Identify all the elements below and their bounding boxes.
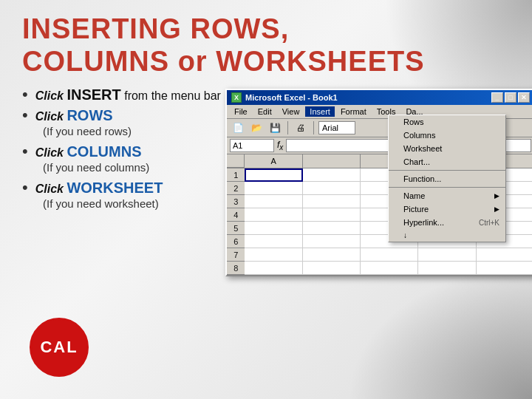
dd-hyperlink[interactable]: Hyperlink... Ctrl+K [389, 216, 505, 229]
dd-name-label: Name [403, 191, 425, 200]
dd-function-label: Function... [403, 174, 441, 183]
dd-rows[interactable]: Rows [389, 115, 505, 129]
cell-C8[interactable] [361, 262, 418, 275]
menu-edit[interactable]: Edit [253, 106, 276, 117]
dd-chart[interactable]: Chart... [389, 155, 505, 168]
cell-B1[interactable] [303, 168, 361, 182]
cell-E8[interactable] [477, 262, 532, 275]
insert-dropdown: Rows Columns Worksheet Chart... Function… [388, 115, 506, 242]
dd-more[interactable]: ↓ [389, 229, 505, 242]
dd-columns-label: Columns [403, 131, 435, 140]
corner-cell [227, 154, 245, 168]
dd-picture-label: Picture [403, 205, 429, 214]
from-menu: from the menu bar [121, 89, 221, 102]
click-4: Click [35, 183, 67, 195]
columns-label: COLUMNS [66, 143, 141, 160]
window-controls[interactable]: _ □ ✕ [491, 92, 530, 103]
font-selector[interactable]: Arial [318, 121, 355, 134]
excel-icon: X [231, 92, 242, 103]
dd-function[interactable]: Function... [389, 172, 505, 185]
dd-picture[interactable]: Picture ▶ [389, 202, 505, 216]
row-num-5: 5 [227, 222, 245, 235]
toolbar-sep1 [287, 121, 288, 134]
cell-D8[interactable] [418, 262, 476, 275]
toolbar-print[interactable]: 🖨 [293, 120, 309, 135]
row-num-3: 3 [227, 195, 245, 208]
cell-A2[interactable] [245, 182, 302, 195]
toolbar-new[interactable]: 📄 [230, 120, 246, 135]
name-box[interactable]: A1 [230, 139, 274, 152]
dd-rows-label: Rows [403, 117, 424, 126]
row-num-8: 8 [227, 262, 245, 275]
cell-A3[interactable] [245, 195, 302, 208]
insert-label: INSERT [66, 86, 120, 103]
dd-more-label: ↓ [403, 231, 407, 239]
cell-A5[interactable] [245, 222, 302, 235]
cell-B8[interactable] [303, 262, 361, 275]
bullet-text-4: Click WORKSHEET [35, 180, 163, 197]
cell-B5[interactable] [303, 222, 361, 235]
rows-label: ROWS [66, 107, 112, 123]
bullet-dot-1: • [22, 85, 28, 104]
dd-columns[interactable]: Columns [389, 129, 505, 142]
dd-sep1 [389, 170, 505, 171]
cell-B2[interactable] [303, 182, 361, 195]
cell-E7[interactable] [477, 248, 532, 262]
col-header-B[interactable] [303, 154, 361, 168]
row-num-7: 7 [227, 248, 245, 262]
cell-B3[interactable] [303, 195, 361, 208]
cell-A7[interactable] [245, 248, 302, 262]
titlebar-left: X Microsoft Excel - Book1 [231, 92, 338, 103]
cell-B7[interactable] [303, 248, 361, 262]
click-1: Click [35, 89, 67, 102]
close-button[interactable]: ✕ [518, 92, 530, 103]
dd-hyperlink-shortcut: Ctrl+K [479, 219, 499, 227]
excel-title: Microsoft Excel - Book1 [245, 93, 338, 102]
cell-A6[interactable] [245, 235, 302, 248]
menu-format[interactable]: Format [336, 106, 371, 117]
menu-view[interactable]: View [278, 106, 304, 117]
bullet-text-1: Click INSERT from the menu bar [35, 86, 221, 103]
bullet-dot-3: • [22, 142, 28, 161]
cell-B6[interactable] [303, 235, 361, 248]
minimize-button[interactable]: _ [491, 92, 503, 103]
dd-worksheet-label: Worksheet [403, 144, 442, 153]
click-3: Click [35, 146, 67, 159]
dd-name[interactable]: Name ▶ [389, 189, 505, 202]
fx-icon: fx [277, 140, 283, 151]
logo-area: CAL [30, 318, 89, 377]
bullet-text-2: Click ROWS [35, 107, 113, 124]
cell-D7[interactable] [418, 248, 476, 262]
title-line2: COLUMNS or WORKSHEETS [22, 46, 510, 78]
dd-worksheet[interactable]: Worksheet [389, 142, 505, 155]
cell-A4[interactable] [245, 208, 302, 222]
toolbar-open[interactable]: 📂 [248, 120, 265, 135]
title-line1: INSERTING ROWS, [22, 13, 510, 46]
row-7: 7 [227, 248, 532, 262]
bullet-dot-4: • [22, 178, 28, 197]
cell-B4[interactable] [303, 208, 361, 222]
logo: CAL [30, 318, 89, 377]
cell-C7[interactable] [361, 248, 418, 262]
dd-name-arrow: ▶ [494, 192, 499, 200]
cell-A1[interactable] [245, 168, 302, 182]
dd-hyperlink-label: Hyperlink... [403, 218, 444, 227]
row-num-2: 2 [227, 182, 245, 195]
dd-chart-label: Chart... [403, 157, 430, 166]
bullet-dot-2: • [22, 106, 28, 125]
toolbar-save[interactable]: 💾 [267, 120, 283, 135]
logo-text: CAL [40, 339, 78, 355]
row-num-1: 1 [227, 168, 245, 182]
cell-A8[interactable] [245, 262, 302, 275]
dd-sep2 [389, 187, 505, 188]
menu-insert[interactable]: Insert [305, 106, 335, 117]
toolbar-sep2 [313, 121, 314, 134]
bullet-text-3: Click COLUMNS [35, 143, 142, 160]
row-num-6: 6 [227, 235, 245, 248]
menu-file[interactable]: File [230, 106, 252, 117]
maximize-button[interactable]: □ [505, 92, 516, 103]
page-title: INSERTING ROWS, COLUMNS or WORKSHEETS [22, 13, 510, 78]
worksheet-label: WORKSHEET [66, 180, 163, 196]
col-header-A[interactable]: A [245, 154, 302, 168]
row-num-4: 4 [227, 208, 245, 222]
